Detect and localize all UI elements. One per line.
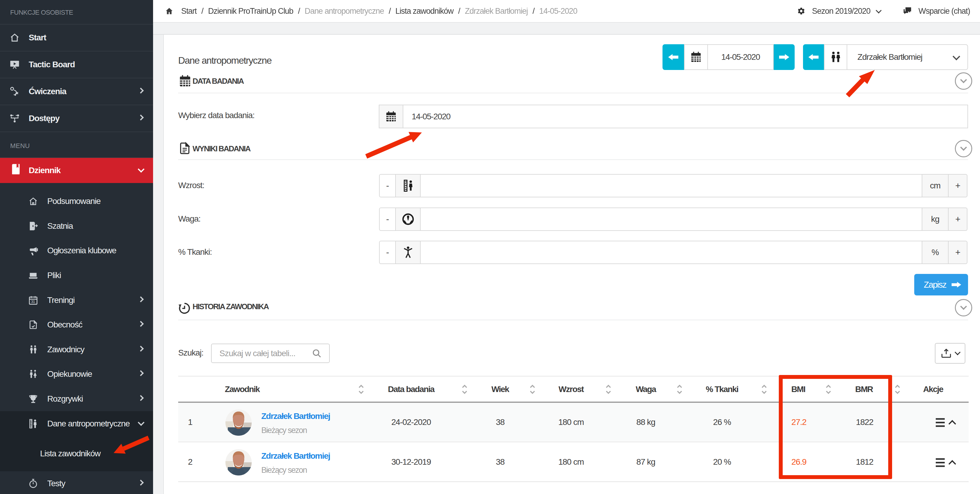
svg-text:31: 31 [31, 299, 35, 304]
